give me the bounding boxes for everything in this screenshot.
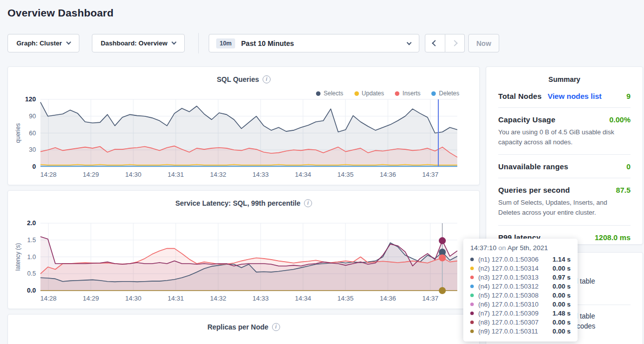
x-tick-label: 14:31 [168, 295, 184, 302]
node-address: (n4) 127.0.0.1:50312 [478, 283, 539, 290]
time-range-badge: 10m [216, 38, 235, 48]
time-step-group [425, 34, 465, 52]
time-prev-button[interactable] [425, 34, 445, 52]
service-latency-chart[interactable]: 0.00.51.01.52.014:2814:2914:3014:3114:32… [8, 191, 479, 309]
tooltip-node-row: (n2) 127.0.0.1:503140.00 s [470, 264, 571, 273]
y-tick-label: 120 [25, 95, 36, 103]
x-tick-label: 14:28 [40, 171, 57, 178]
node-color-dot-icon [470, 276, 474, 279]
summary-title: Summary [498, 67, 631, 84]
node-address: (n9) 127.0.0.1:50311 [478, 328, 538, 335]
node-latency-value: 0.00 s [553, 301, 571, 308]
time-range-label: Past 10 Minutes [241, 39, 294, 47]
capacity-usage-desc: You are using 0 B of 4.5 GiB usable disk… [498, 127, 631, 147]
summary-row-total-nodes: Total Nodes View nodes list 9 [498, 84, 631, 108]
sql-queries-card: SQL Queries i SelectsUpdatesInsertsDelet… [7, 66, 480, 185]
node-latency-value: 0.00 s [553, 328, 571, 335]
y-tick-label: 1.5 [27, 237, 36, 244]
y-tick-label: 2.0 [27, 219, 36, 227]
tooltip-node-row: (n9) 127.0.0.1:503110.00 s [470, 327, 571, 336]
graph-dropdown-label: Graph: Cluster [16, 39, 62, 47]
node-address: (n6) 127.0.0.1:50310 [478, 301, 539, 308]
x-tick-label: 14:33 [253, 295, 269, 302]
service-latency-card: Service Latency: SQL, 99th percentile i … [7, 190, 480, 309]
replicas-per-node-card: Replicas per Node i [7, 314, 480, 344]
x-tick-label: 14:37 [422, 295, 439, 302]
tooltip-node-row: (n7) 127.0.0.1:503091.48 s [470, 309, 571, 318]
x-tick-label: 14:28 [40, 295, 57, 302]
node-color-dot-icon [470, 285, 474, 288]
time-range-dropdown[interactable]: 10m Past 10 Minutes [209, 34, 419, 52]
hover-dot [439, 255, 446, 262]
unavailable-ranges-value: 0 [627, 162, 631, 171]
node-latency-value: 0.97 s [553, 274, 571, 281]
view-nodes-list-link[interactable]: View nodes list [548, 92, 602, 100]
toolbar-divider [198, 33, 199, 53]
tooltip-node-row: (n8) 127.0.0.1:503070.00 s [470, 318, 571, 327]
tooltip-timestamp: 14:37:10 on Apr 5th, 2021 [470, 244, 571, 252]
y-tick-label: 60 [29, 130, 36, 137]
chevron-right-icon [451, 40, 458, 46]
node-address: (n2) 127.0.0.1:50314 [478, 265, 539, 272]
x-tick-label: 14:29 [83, 295, 99, 302]
x-tick-label: 14:35 [337, 171, 354, 178]
tooltip-node-row: (n4) 127.0.0.1:503120.00 s [470, 282, 571, 291]
y-tick-label: 1.0 [27, 254, 36, 261]
node-latency-value: 0.00 s [553, 283, 571, 290]
chevron-down-icon [172, 40, 177, 45]
tooltip-node-row: (n3) 127.0.0.1:503130.97 s [470, 273, 571, 282]
tooltip-node-row: (n1) 127.0.0.1:503061.14 s [470, 255, 571, 264]
now-button[interactable]: Now [468, 34, 499, 52]
dashboard-dropdown[interactable]: Dashboard: Overview [92, 34, 185, 52]
chevron-left-icon [432, 40, 438, 46]
y-axis-unit-label: latency (s) [14, 243, 21, 271]
x-tick-label: 14:34 [295, 171, 312, 178]
node-color-dot-icon [470, 312, 474, 315]
node-latency-value: 0.00 s [553, 265, 571, 272]
tooltip-node-row: (n5) 127.0.0.1:503080.00 s [470, 291, 571, 300]
queries-per-second-label: Queries per second [498, 186, 570, 194]
chevron-down-icon [66, 40, 71, 45]
page-title: Overview Dashboard [7, 7, 114, 19]
x-tick-label: 14:30 [125, 295, 142, 302]
overview-dashboard-page: Overview Dashboard Graph: Cluster Dashbo… [0, 0, 644, 344]
queries-per-second-value: 87.5 [616, 186, 631, 194]
y-tick-label: 0.0 [27, 287, 36, 294]
node-address: (n8) 127.0.0.1:50307 [478, 319, 539, 326]
x-tick-label: 14:36 [380, 171, 396, 178]
info-icon[interactable]: i [272, 323, 280, 331]
y-axis-unit-label: queries [14, 123, 21, 143]
hover-dot [439, 237, 446, 244]
y-tick-label: 0.5 [27, 270, 36, 277]
node-latency-value: 0.00 s [553, 319, 571, 326]
summary-row-capacity: Capacity Usage 0.00% You are using 0 B o… [498, 108, 631, 155]
node-latency-value: 1.48 s [553, 310, 571, 317]
x-tick-label: 14:31 [168, 171, 184, 178]
node-color-dot-icon [470, 303, 474, 306]
chart-hover-tooltip: 14:37:10 on Apr 5th, 2021 (n1) 127.0.0.1… [463, 239, 578, 342]
replicas-per-node-title: Replicas per Node [207, 323, 268, 331]
x-tick-label: 14:35 [337, 295, 354, 302]
node-latency-value: 1.14 s [553, 256, 571, 263]
node-latency-value: 0.00 s [553, 292, 571, 299]
y-tick-label: 90 [29, 113, 36, 120]
graph-dropdown[interactable]: Graph: Cluster [7, 34, 79, 52]
node-color-dot-icon [470, 258, 474, 261]
total-nodes-label: Total Nodes [498, 92, 542, 100]
summary-row-unavailable: Unavailable ranges 0 [498, 155, 631, 178]
chevron-down-icon [407, 40, 412, 45]
node-address: (n7) 127.0.0.1:50309 [478, 310, 539, 317]
x-tick-label: 14:37 [422, 171, 439, 178]
x-tick-label: 14:36 [380, 295, 396, 302]
y-tick-label: 30 [29, 146, 36, 153]
summary-panel: Summary Total Nodes View nodes list 9 Ca… [486, 66, 643, 245]
time-next-button[interactable] [445, 34, 465, 52]
p99-latency-value: 1208.0 ms [595, 233, 631, 242]
node-color-dot-icon [470, 330, 474, 333]
capacity-usage-value: 0.00% [609, 115, 631, 124]
total-nodes-value: 9 [627, 92, 631, 100]
sql-queries-chart[interactable]: 030609012014:2814:2914:3014:3114:3214:33… [8, 67, 479, 185]
hover-dot [439, 287, 446, 294]
node-address: (n5) 127.0.0.1:50308 [478, 292, 539, 299]
unavailable-ranges-label: Unavailable ranges [498, 162, 568, 171]
